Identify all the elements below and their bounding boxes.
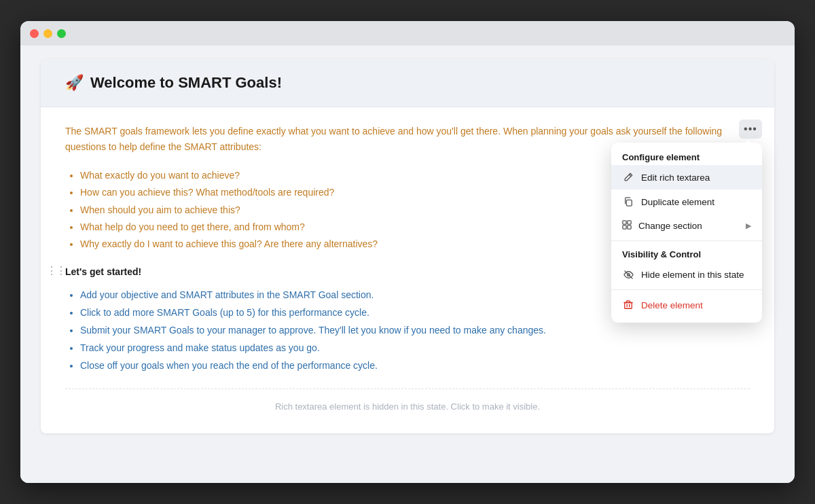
- more-options-button[interactable]: •••: [739, 120, 762, 139]
- title-text: Welcome to SMART Goals!: [90, 74, 282, 92]
- copy-icon: [622, 196, 634, 208]
- list-item: Close off your goals when you reach the …: [80, 357, 750, 375]
- title-emoji: 🚀: [65, 74, 84, 92]
- configure-section-title: Configure element: [611, 148, 762, 165]
- svg-rect-7: [625, 303, 632, 309]
- more-dots-icon: •••: [744, 123, 757, 135]
- svg-rect-3: [623, 226, 626, 229]
- delete-element-item[interactable]: Delete element: [611, 293, 762, 317]
- change-section-label: Change section: [638, 221, 702, 231]
- context-menu: Configure element Edit rich textarea: [611, 143, 762, 323]
- chevron-right-icon: ▶: [746, 221, 751, 230]
- maximize-button[interactable]: [57, 29, 66, 38]
- content-area: 🚀 Welcome to SMART Goals! ⋮⋮ The SMART g…: [20, 46, 795, 483]
- page-body: ⋮⋮ The SMART goals framework lets you de…: [41, 107, 774, 433]
- drag-handle[interactable]: ⋮⋮: [46, 264, 65, 276]
- hidden-element-notice[interactable]: Rich textarea element is hidden in this …: [65, 389, 750, 417]
- grid-icon: [622, 220, 632, 232]
- visibility-section-title: Visibility & Control: [611, 244, 762, 262]
- svg-rect-4: [628, 226, 631, 229]
- page-header: 🚀 Welcome to SMART Goals!: [41, 59, 774, 107]
- list-item: Track your progress and make status upda…: [80, 340, 750, 357]
- hide-element-label: Hide element in this state: [641, 270, 744, 280]
- titlebar: [20, 21, 795, 46]
- minimize-button[interactable]: [43, 29, 52, 38]
- duplicate-element-item[interactable]: Duplicate element: [611, 190, 762, 214]
- pencil-icon: [622, 171, 634, 183]
- menu-divider-2: [611, 289, 762, 290]
- svg-rect-1: [623, 221, 626, 224]
- eye-off-icon: [622, 268, 634, 281]
- change-section-item[interactable]: Change section ▶: [611, 214, 762, 238]
- list-item: Submit your SMART Goals to your manager …: [80, 322, 750, 340]
- page-card: 🚀 Welcome to SMART Goals! ⋮⋮ The SMART g…: [41, 59, 774, 433]
- dropdown-caret: [743, 140, 754, 145]
- svg-rect-2: [628, 221, 631, 224]
- hide-element-item[interactable]: Hide element in this state: [611, 262, 762, 287]
- delete-element-label: Delete element: [641, 300, 703, 310]
- trash-icon: [622, 299, 634, 311]
- page-title: 🚀 Welcome to SMART Goals!: [65, 74, 750, 92]
- edit-rich-textarea-item[interactable]: Edit rich textarea: [611, 165, 762, 190]
- duplicate-element-label: Duplicate element: [641, 197, 714, 207]
- app-window: 🚀 Welcome to SMART Goals! ⋮⋮ The SMART g…: [20, 21, 795, 483]
- edit-rich-textarea-label: Edit rich textarea: [641, 173, 710, 183]
- menu-divider: [611, 240, 762, 241]
- traffic-lights: [30, 29, 66, 38]
- svg-rect-0: [626, 200, 632, 206]
- close-button[interactable]: [30, 29, 39, 38]
